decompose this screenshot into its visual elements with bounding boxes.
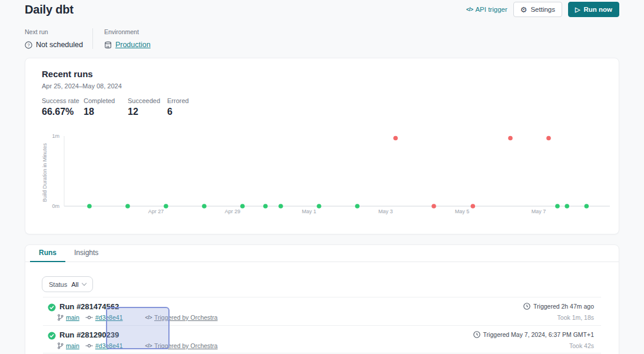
branch-link[interactable]: main [66, 342, 79, 349]
chart-canvas: 0m1mBuild Duration in MinutesApr 27Apr 2… [25, 129, 620, 222]
run-data-point[interactable] [508, 136, 513, 141]
run-data-point[interactable] [202, 204, 207, 209]
commit-link[interactable]: #d3e8e41 [95, 342, 123, 349]
git-branch-icon [57, 314, 64, 321]
recent-runs-title: Recent runs [42, 69, 93, 79]
run-meta-right: Triggered May 7, 2024, 6:37 PM GMT+1 Too… [473, 331, 594, 349]
tabbar: Runs Insights [25, 245, 619, 262]
run-triggered: Triggered May 7, 2024, 6:37 PM GMT+1 [473, 331, 594, 338]
commit-link[interactable]: #d3e8e41 [95, 314, 123, 321]
trigger-link[interactable]: Triggered by Orchestra [154, 314, 218, 321]
settings-label: Settings [530, 6, 555, 13]
run-data-point[interactable] [555, 204, 560, 209]
svg-text:1m: 1m [52, 133, 59, 139]
environment-block: Environment Production [104, 28, 151, 49]
build-duration-chart[interactable]: 0m1mBuild Duration in MinutesApr 27Apr 2… [25, 129, 620, 222]
environment-value: Production [104, 41, 151, 49]
run-data-point[interactable] [87, 204, 92, 209]
run-subline: main #d3e8e41 </> Triggered by Orchestra [57, 342, 218, 349]
run-data-point[interactable] [125, 204, 130, 209]
commit-icon [85, 315, 93, 320]
svg-text:May 5: May 5 [455, 209, 470, 214]
chevron-down-icon [82, 281, 87, 286]
run-subline: main #d3e8e41 </> Triggered by Orchestra [57, 314, 218, 321]
run-data-point[interactable] [355, 204, 360, 209]
svg-text:0m: 0m [52, 203, 59, 209]
topbar: Daily dbt </> API trigger ⚙ Settings ▷ R… [25, 0, 619, 19]
run-title[interactable]: Run #281474562 [59, 302, 119, 311]
run-row-2[interactable]: Run #281290239 main #d3e8e41 [43, 325, 601, 353]
git-branch-icon [57, 342, 64, 349]
tab-insights[interactable]: Insights [65, 245, 107, 262]
page-title: Daily dbt [25, 3, 74, 16]
recent-runs-card: Recent runs Apr 25, 2024–May 08, 2024 Su… [25, 58, 619, 234]
next-run-block: Next run ? Not scheduled [25, 28, 83, 49]
topbar-actions: </> API trigger ⚙ Settings ▷ Run now [466, 2, 619, 17]
code-icon: </> [466, 6, 473, 12]
branch-item: main [57, 314, 79, 321]
environment-label: Environment [104, 28, 151, 35]
run-data-point[interactable] [546, 136, 551, 141]
recent-runs-date-range: Apr 25, 2024–May 08, 2024 [42, 82, 122, 90]
svg-text:?: ? [27, 42, 29, 48]
api-trigger-link[interactable]: </> API trigger [466, 6, 507, 13]
commit-item: #d3e8e41 [85, 342, 123, 349]
commit-item: #d3e8e41 [85, 314, 123, 321]
trigger-item: </> Triggered by Orchestra [145, 314, 217, 321]
run-now-label: Run now [583, 6, 612, 13]
svg-text:May 7: May 7 [532, 209, 546, 214]
stat-completed: Completed 18 [84, 97, 115, 117]
environment-link[interactable]: Production [115, 41, 151, 49]
svg-text:May 1: May 1 [302, 209, 317, 214]
settings-button[interactable]: ⚙ Settings [513, 2, 562, 17]
code-icon: </> [145, 343, 152, 349]
success-check-icon [48, 332, 56, 340]
branch-item: main [57, 342, 79, 349]
runs-list: Run #281474562 main #d3e8e41 [25, 297, 619, 353]
meta-divider [92, 28, 93, 49]
status-filter-value: All [71, 281, 78, 288]
run-data-point[interactable] [240, 204, 245, 209]
branch-link[interactable]: main [66, 314, 79, 321]
run-data-point[interactable] [317, 204, 321, 209]
recent-runs-stats: Success rate 66.67% Completed 18 Succeed… [25, 97, 619, 117]
next-run-value: ? Not scheduled [25, 41, 83, 49]
trigger-item: </> Triggered by Orchestra [145, 342, 217, 349]
svg-text:Apr 29: Apr 29 [225, 209, 241, 214]
question-circle-icon: ? [25, 41, 32, 49]
code-icon: </> [145, 315, 152, 320]
svg-text:Apr 27: Apr 27 [148, 209, 164, 214]
run-title[interactable]: Run #281290239 [59, 330, 119, 339]
run-triggered: Triggered 2h 47m ago [523, 303, 594, 310]
status-filter-label: Status [49, 281, 67, 288]
run-data-point[interactable] [393, 136, 398, 141]
svg-text:May 3: May 3 [379, 209, 393, 214]
commit-icon [85, 343, 93, 349]
success-check-icon [48, 303, 56, 312]
run-data-point[interactable] [278, 204, 283, 209]
run-row-1[interactable]: Run #281474562 main #d3e8e41 [43, 297, 601, 325]
api-trigger-label: API trigger [475, 6, 507, 13]
run-now-button[interactable]: ▷ Run now [568, 2, 619, 17]
run-took: Took 42s [473, 342, 594, 349]
job-page: Daily dbt </> API trigger ⚙ Settings ▷ R… [0, 0, 644, 354]
trigger-link[interactable]: Triggered by Orchestra [154, 342, 218, 349]
next-run-label: Next run [25, 28, 83, 35]
run-data-point[interactable] [263, 204, 268, 209]
gear-icon: ⚙ [520, 6, 527, 14]
stat-success-rate: Success rate 66.67% [42, 97, 79, 117]
run-data-point[interactable] [164, 204, 168, 209]
play-icon: ▷ [575, 6, 580, 13]
status-filter-dropdown[interactable]: Status All [42, 276, 93, 292]
job-meta: Next run ? Not scheduled Environment Pro… [25, 28, 151, 49]
run-data-point[interactable] [470, 204, 475, 209]
svg-text:Build Duration in Minutes: Build Duration in Minutes [42, 143, 48, 202]
tab-runs[interactable]: Runs [30, 245, 65, 262]
database-icon [104, 41, 112, 49]
stat-succeeded: Succeeded 12 [128, 97, 160, 117]
run-data-point[interactable] [431, 204, 436, 209]
clock-icon [473, 331, 480, 338]
run-meta-right: Triggered 2h 47m ago Took 1m, 18s [523, 303, 594, 321]
run-data-point[interactable] [585, 204, 589, 209]
run-data-point[interactable] [565, 204, 569, 209]
